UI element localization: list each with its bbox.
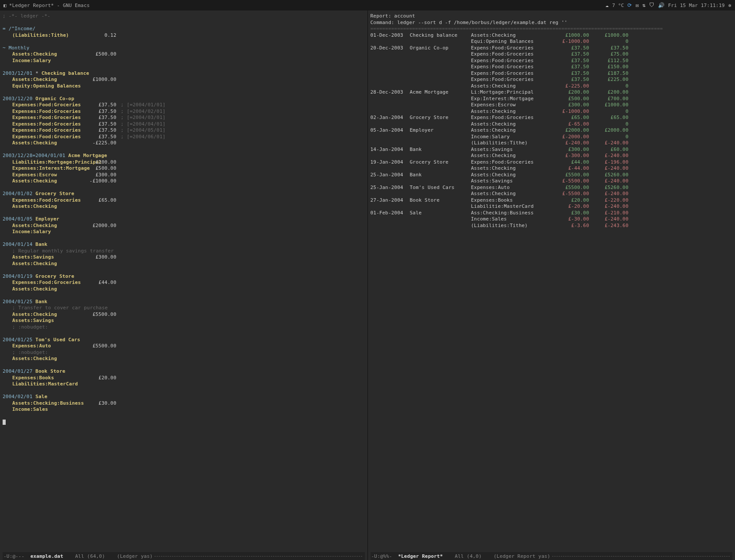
register-row: Expens:Food:Groceries£37.50£150.00 xyxy=(371,64,733,70)
posting-comment: ; :nobudget: xyxy=(3,350,365,356)
posting-line: Income:Sales xyxy=(3,406,365,413)
register-row: 27-Jan-2004Book StoreExpenses:Books£20.0… xyxy=(371,197,733,204)
transaction-header: 2004/01/19 Grocery Store xyxy=(3,273,365,280)
posting-account: Income:Salary xyxy=(3,58,86,64)
clock-text: Fri 15 Mar 17:11:19 xyxy=(668,3,725,8)
posting-line: Assets:Checking xyxy=(3,261,365,267)
txn-comment: ; :nobudget: xyxy=(3,324,365,331)
register-row: Assets:Savings£-5500.00£-240.00 xyxy=(371,178,733,185)
posting-amount: 0.12 xyxy=(86,32,116,39)
register-row: 14-Jan-2004BankAssets:Savings£300.00£60.… xyxy=(371,147,733,153)
posting-line: Assets:Savings xyxy=(3,318,365,324)
text-cursor xyxy=(3,420,6,425)
transaction-header: 2003/12/01 * Checking balance xyxy=(3,70,365,77)
posting-line: Assets:Checking£1000.00 xyxy=(3,77,365,83)
txn-comment: ; Regular monthly savings transfer xyxy=(3,248,365,255)
posting-line: Assets:Checking-£225.00 xyxy=(3,140,365,147)
register-row: Expens:Food:Groceries£37.50£75.00 xyxy=(371,51,733,58)
posting-line: Expenses:Food:Groceries£65.00 xyxy=(3,197,365,204)
ledger-report-buffer[interactable]: Report: accountCommand: ledger --sort d … xyxy=(371,13,733,552)
posting-line: Expenses:Interest:Mortgage£500.00 xyxy=(3,165,365,172)
register-row: Income:Sales£-30.00£-240.00 xyxy=(371,216,733,223)
register-row: 01-Dec-2003Checking balanceAssets:Checki… xyxy=(371,32,733,39)
posting-line: Expenses:Food:Groceries£37.50; [=2004/05… xyxy=(3,127,365,134)
register-row: Expenses:Escrow£300.00£1000.00 xyxy=(371,102,733,108)
posting-line: Expenses:Food:Groceries£37.50; [=2004/06… xyxy=(3,134,365,140)
posting-line: Liabilities:Mortgage:Principal£200.00 xyxy=(3,159,365,166)
window-title: *Ledger Report* - GNU Emacs xyxy=(9,3,90,8)
register-row: Equi:Opening Balances£-1000.000 xyxy=(371,38,733,45)
network-icon[interactable]: ⇅ xyxy=(642,2,645,8)
posting-line: Expenses:Auto£5500.00 xyxy=(3,343,365,350)
transaction-header: 2004/01/25 Tom's Used Cars xyxy=(3,337,365,343)
modeline-pos: All (64,0) xyxy=(75,553,105,559)
weather-icon[interactable]: ☁ xyxy=(606,2,609,8)
posting-account: (Liabilities:Tithe) xyxy=(3,32,86,39)
transaction-header: 2004/01/14 Bank xyxy=(3,242,365,248)
register-row: (Liabilities:Tithe)£-3.60£-243.60 xyxy=(371,223,733,229)
mail-icon[interactable]: ✉ xyxy=(636,2,639,8)
modeline-mode: (Ledger yas) xyxy=(117,553,153,559)
register-row: Liabilitie:MasterCard£-20.00£-240.00 xyxy=(371,203,733,210)
posting-line: Assets:Checking£5500.00 xyxy=(3,312,365,318)
register-row: 02-Jan-2004Grocery StoreExpens:Food:Groc… xyxy=(371,115,733,121)
left-modeline: -U:@--- example.dat All (64,0) (Ledger y… xyxy=(3,552,365,560)
volume-icon[interactable]: 🔊 xyxy=(658,2,665,8)
register-row: 20-Dec-2003Organic Co-opExpens:Food:Groc… xyxy=(371,45,733,52)
register-row: 25-Jan-2004Tom's Used CarsExpenses:Auto£… xyxy=(371,185,733,191)
posting-line: Expenses:Food:Groceries£37.50; [=2004/01… xyxy=(3,102,365,108)
periodic-rule: ~ Monthly xyxy=(3,45,365,52)
modeline-status: -U:@%%- xyxy=(371,553,392,559)
titlebar: ◧ *Ledger Report* - GNU Emacs ☁ 7 °C ⟳ ✉… xyxy=(0,0,735,10)
left-pane[interactable]: ; -*- ledger -*- = /^Income/(Liabilities… xyxy=(0,10,368,560)
ledger-source-buffer[interactable]: ; -*- ledger -*- = /^Income/(Liabilities… xyxy=(3,13,365,552)
transaction-header: 2004/01/02 Grocery Store xyxy=(3,191,365,197)
transaction-header: 2004/01/25 Bank xyxy=(3,299,365,305)
editor-area: ; -*- ledger -*- = /^Income/(Liabilities… xyxy=(0,10,735,560)
posting-line: Expenses:Escrow£300.00 xyxy=(3,172,365,178)
register-row: 05-Jan-2004EmployerAssets:Checking£2000.… xyxy=(371,127,733,134)
posting-line: Assets:Checking xyxy=(3,286,365,293)
register-row: (Liabilities:Tithe)£-240.00£-240.00 xyxy=(371,140,733,147)
transaction-header: 2004/01/05 Employer xyxy=(3,216,365,223)
posting-line: Expenses:Food:Groceries£44.00 xyxy=(3,280,365,286)
right-pane[interactable]: Report: accountCommand: ledger --sort d … xyxy=(368,10,735,560)
posting-line: Income:Salary xyxy=(3,229,365,235)
register-row: 28-Dec-2003Acme MortgageLi:Mortgage:Prin… xyxy=(371,89,733,96)
right-modeline: -U:@%%- *Ledger Report* All (4,0) (Ledge… xyxy=(371,552,733,560)
posting-line: Assets:Checking£2000.00 xyxy=(3,223,365,229)
settings-icon[interactable]: ✲ xyxy=(728,2,732,8)
updates-icon[interactable]: ⛉ xyxy=(649,2,654,8)
file-local-vars: ; -*- ledger -*- xyxy=(3,13,365,20)
transaction-header: 2003/12/28=2004/01/01 Acme Mortgage xyxy=(3,153,365,159)
register-row: 01-Feb-2004SaleAss:Checking:Business£30.… xyxy=(371,210,733,217)
txn-comment: ; Transfer to cover car purchase xyxy=(3,305,365,312)
register-row: 25-Jan-2004BankAssets:Checking£5500.00£5… xyxy=(371,172,733,178)
automated-rule: = /^Income/ xyxy=(3,26,365,32)
posting-line: Expenses:Food:Groceries£37.50; [=2004/02… xyxy=(3,108,365,115)
app-icon: ◧ xyxy=(4,3,7,8)
posting-line: Equity:Opening Balances xyxy=(3,83,365,90)
posting-account: Assets:Checking xyxy=(3,51,86,58)
posting-line: Expenses:Books£20.00 xyxy=(3,375,365,382)
register-row: Assets:Checking£-1000.000 xyxy=(371,108,733,115)
modeline-file: example.dat xyxy=(30,553,63,559)
report-header: Report: account xyxy=(371,13,733,20)
refresh-icon[interactable]: ⟳ xyxy=(627,2,632,8)
register-row: Assets:Checking£-300.00£-240.00 xyxy=(371,153,733,159)
transaction-header: 2004/01/27 Book Store xyxy=(3,368,365,375)
register-row: Expens:Food:Groceries£37.50£187.50 xyxy=(371,70,733,77)
register-row: Assets:Checking£-44.00£-240.00 xyxy=(371,165,733,172)
modeline-status: -U:@--- xyxy=(4,553,24,559)
register-row: Exp:Interest:Mortgage£500.00£700.00 xyxy=(371,96,733,102)
modeline-pos: All (4,0) xyxy=(455,553,482,559)
posting-line: Assets:Savings£300.00 xyxy=(3,254,365,261)
posting-amount: £500.00 xyxy=(86,51,116,58)
register-row: 19-Jan-2004Grocery StoreExpens:Food:Groc… xyxy=(371,159,733,166)
transaction-header: 2004/02/01 Sale xyxy=(3,394,365,400)
posting-line: Expenses:Food:Groceries£37.50; [=2004/03… xyxy=(3,115,365,121)
posting-line: Expenses:Food:Groceries£37.50; [=2004/04… xyxy=(3,121,365,128)
weather-text: 7 °C xyxy=(612,3,624,8)
register-row: Assets:Checking£-225.000 xyxy=(371,83,733,90)
modeline-mode: (Ledger Report yas) xyxy=(494,553,550,559)
